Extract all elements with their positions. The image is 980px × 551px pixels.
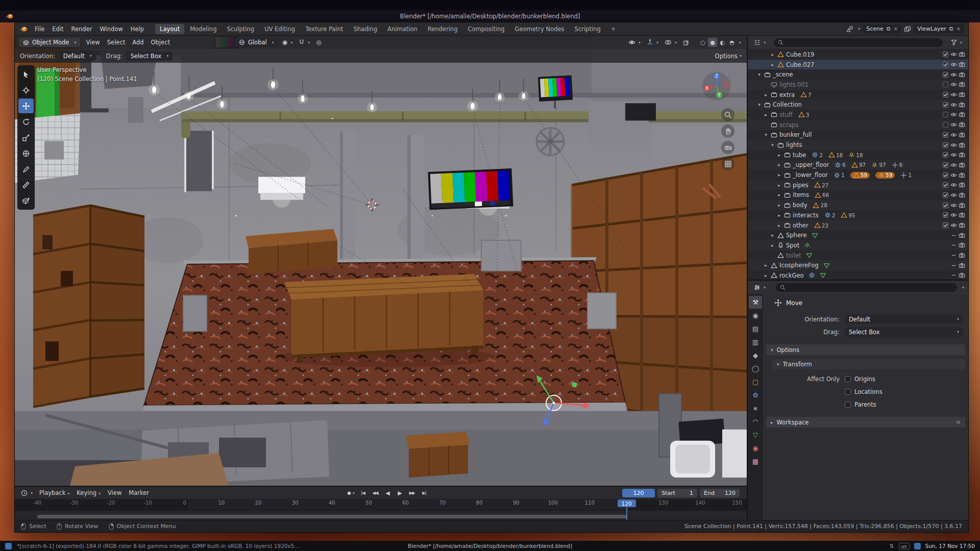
outliner-row[interactable]: ▸IcosphereFog: [748, 260, 968, 270]
camera-view-icon[interactable]: [721, 141, 734, 154]
selectability-dash[interactable]: [950, 242, 957, 248]
tab-scripting[interactable]: Scripting: [570, 24, 605, 34]
outliner-search-input[interactable]: [774, 38, 943, 47]
output-tab[interactable]: ▤: [749, 322, 762, 335]
timeline-menu-marker[interactable]: Marker: [125, 488, 153, 497]
disable-render-toggle[interactable]: [959, 212, 965, 218]
hide-viewport-toggle[interactable]: [950, 132, 957, 138]
tab-rendering[interactable]: Rendering: [423, 24, 462, 34]
disable-render-toggle[interactable]: [959, 202, 965, 209]
xray-toggle-button[interactable]: [681, 38, 692, 47]
expand-arrow[interactable]: ▸: [763, 92, 769, 97]
expand-arrow[interactable]: ▾: [756, 102, 762, 107]
expand-arrow[interactable]: ▸: [770, 233, 775, 238]
checkbox-toggle[interactable]: [942, 162, 949, 168]
object-tab[interactable]: ▢: [749, 375, 762, 388]
checkbox-toggle[interactable]: [942, 121, 949, 128]
scale-tool-button[interactable]: [18, 130, 34, 145]
hide-viewport-toggle[interactable]: [950, 202, 957, 209]
outliner-row[interactable]: ▸interacts295: [748, 210, 968, 220]
browse-scene-icon[interactable]: [846, 26, 853, 33]
outliner-row[interactable]: ▸_upper_floor697976: [748, 160, 968, 170]
playhead-frame-badge[interactable]: 120: [618, 499, 636, 507]
checkbox-toggle[interactable]: [942, 192, 949, 198]
hide-viewport-toggle[interactable]: [950, 142, 957, 148]
expand-arrow[interactable]: ▸: [776, 192, 782, 197]
disable-render-toggle[interactable]: [959, 242, 965, 248]
checkbox-toggle[interactable]: [942, 202, 949, 209]
zoom-icon[interactable]: [721, 108, 734, 121]
keyboard-layout-indicator[interactable]: us: [899, 543, 910, 549]
checkbox-toggle[interactable]: [942, 111, 949, 118]
disable-render-toggle[interactable]: [959, 192, 965, 198]
blender-taskbar-title[interactable]: Blender* [/home/amalie/Desktop/blender/b…: [408, 543, 572, 549]
timeline-editor-type-icon[interactable]: ▾: [19, 489, 35, 497]
viewport-menu-object[interactable]: Object: [148, 38, 174, 47]
current-frame-field[interactable]: 120: [622, 489, 655, 497]
disable-render-toggle[interactable]: [959, 81, 965, 88]
outliner-row[interactable]: ▸Cube.027: [748, 60, 968, 70]
checkbox-toggle[interactable]: [942, 91, 949, 98]
timeline-menu-playback[interactable]: Playback▾: [36, 488, 73, 497]
hide-viewport-toggle[interactable]: [950, 71, 957, 78]
orientation-prop-dropdown[interactable]: Default▾: [845, 314, 963, 324]
tab-shading[interactable]: Shading: [349, 24, 382, 34]
view-layer-selector[interactable]: ViewLayer ⧉ ×: [914, 24, 964, 34]
outliner-row[interactable]: ▾lights: [748, 140, 968, 150]
hide-viewport-toggle[interactable]: [950, 152, 957, 158]
disable-render-toggle[interactable]: [959, 232, 965, 239]
particles-tab[interactable]: ∗: [749, 402, 762, 415]
blender-menu-logo-icon[interactable]: [19, 26, 28, 32]
taskbar-clock[interactable]: Sun, 17 Nov 17:50: [925, 543, 975, 549]
disable-render-toggle[interactable]: [959, 222, 965, 229]
rotate-tool-button[interactable]: [18, 114, 34, 129]
expand-arrow[interactable]: ▾: [770, 142, 775, 147]
hide-viewport-toggle[interactable]: [950, 111, 957, 118]
disable-render-toggle[interactable]: [959, 51, 965, 58]
annotate-tool-button[interactable]: [18, 162, 34, 177]
expand-arrow[interactable]: ▸: [776, 223, 782, 228]
drag-prop-dropdown[interactable]: Select Box▾: [845, 327, 963, 337]
properties-editor-type-icon[interactable]: ▾: [752, 283, 768, 292]
disable-render-toggle[interactable]: [959, 162, 965, 168]
outliner-row[interactable]: ▾_scene: [748, 69, 968, 80]
expand-arrow[interactable]: ▸: [776, 183, 782, 188]
viewport-canvas-3d-scene[interactable]: [15, 36, 747, 486]
disable-render-toggle[interactable]: [959, 152, 965, 158]
hide-viewport-toggle[interactable]: [950, 222, 957, 229]
outliner-row[interactable]: ▸stuff3: [748, 110, 968, 120]
move-tool-button[interactable]: [18, 98, 34, 113]
menu-help[interactable]: Help: [127, 24, 148, 34]
prev-keyframe-button[interactable]: ◀◀: [370, 488, 381, 497]
checkbox-toggle[interactable]: [942, 152, 949, 158]
network-icon[interactable]: ⇅: [890, 543, 894, 549]
disable-render-toggle[interactable]: [959, 272, 965, 279]
expand-arrow[interactable]: ▸: [763, 112, 769, 117]
disable-render-toggle[interactable]: [959, 91, 965, 98]
tab-sculpting[interactable]: Sculpting: [222, 24, 259, 34]
jump-to-end-button[interactable]: ▶|: [419, 488, 430, 497]
physics-tab[interactable]: ◠: [749, 415, 762, 428]
expand-arrow[interactable]: ▸: [776, 153, 782, 158]
scene-tab[interactable]: ◆: [749, 349, 762, 362]
tab-layout[interactable]: Layout: [155, 24, 184, 34]
disable-render-toggle[interactable]: [959, 71, 965, 78]
menu-render[interactable]: Render: [68, 24, 96, 34]
hide-viewport-toggle[interactable]: [950, 81, 957, 88]
jump-to-start-button[interactable]: |◀: [357, 488, 369, 497]
frame-end-field[interactable]: End 120: [700, 489, 740, 497]
tab-texture-paint[interactable]: Texture Paint: [301, 24, 348, 34]
hide-viewport-toggle[interactable]: [950, 192, 957, 198]
taskbar-app-icon[interactable]: [5, 543, 12, 549]
expand-arrow[interactable]: ▸: [763, 263, 769, 268]
menu-window[interactable]: Window: [96, 24, 126, 34]
checkbox-toggle[interactable]: [942, 81, 949, 88]
disable-render-toggle[interactable]: [959, 172, 965, 179]
outliner-filter-button[interactable]: ▾: [949, 38, 964, 46]
outliner-row[interactable]: ▸Sphere: [748, 230, 968, 240]
outliner-row[interactable]: ▸other23: [748, 220, 968, 231]
transform-tool-button[interactable]: [18, 146, 34, 161]
measure-tool-button[interactable]: [18, 178, 34, 192]
shading-rendered-button[interactable]: ◓: [727, 38, 737, 47]
copy-view-layer-icon[interactable]: ⧉: [949, 26, 953, 32]
